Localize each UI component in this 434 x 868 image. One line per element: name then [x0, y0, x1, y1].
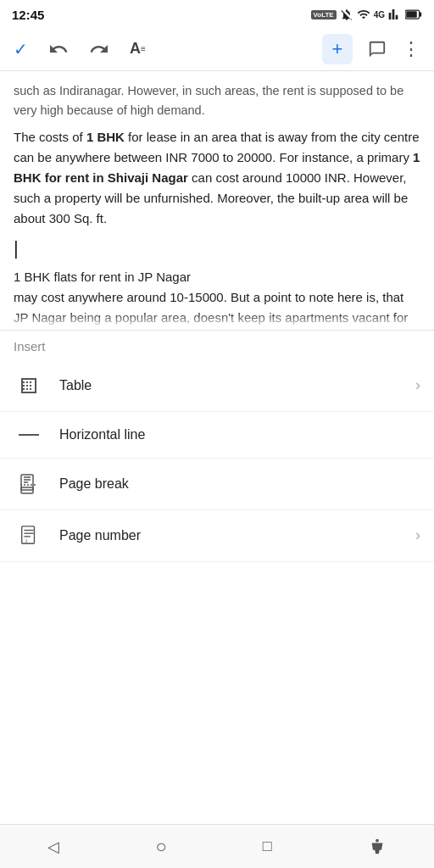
home-nav-button[interactable]: ○	[155, 836, 166, 858]
undo-button[interactable]	[48, 39, 69, 59]
toolbar: ✓ A≡ + ⋮	[0, 27, 434, 71]
pagenumber-chevron-icon: ›	[415, 526, 420, 544]
insert-pagenumber-item[interactable]: 1 Page number ›	[0, 510, 434, 562]
signal-icon	[357, 8, 370, 21]
network-icon: 4G	[374, 10, 385, 19]
svg-point-15	[376, 838, 379, 842]
insert-table-item[interactable]: Table ›	[0, 360, 434, 412]
status-bar: 12:45 VoLTE 4G	[0, 0, 434, 27]
insert-plus-button[interactable]: +	[322, 34, 353, 64]
pagenumber-label: Page number	[59, 528, 415, 543]
svg-rect-1	[420, 13, 422, 17]
nav-bar: ◁ ○ □	[0, 824, 434, 868]
table-chevron-icon: ›	[415, 376, 420, 394]
insert-panel: Insert Table › Horizontal line	[0, 330, 434, 562]
mute-icon	[340, 8, 353, 21]
pagebreak-icon	[14, 474, 44, 494]
battery-icon	[405, 8, 422, 20]
insert-header: Insert	[0, 330, 434, 360]
accessibility-nav-button[interactable]	[368, 837, 387, 856]
pagebreak-label: Page break	[59, 476, 420, 492]
paragraph-2: 1 BHK flats for rent in JP Nagarmay cost…	[14, 267, 420, 328]
text-cursor[interactable]: |	[14, 237, 420, 259]
format-text-button[interactable]: A≡	[130, 40, 146, 58]
insert-pagebreak-item[interactable]: Page break	[0, 459, 434, 510]
insert-hline-item[interactable]: Horizontal line	[0, 412, 434, 459]
svg-text:1: 1	[25, 538, 27, 543]
checkmark-button[interactable]: ✓	[14, 39, 28, 59]
hline-icon	[14, 431, 44, 439]
pagenumber-icon: 1	[14, 526, 44, 546]
paragraph-1: The costs of 1 BHK for lease in an area …	[14, 127, 420, 229]
fade-paragraph: such as Indiranagar. However, in such ar…	[14, 81, 420, 120]
document-content: such as Indiranagar. However, in such ar…	[0, 71, 434, 328]
hline-label: Horizontal line	[59, 427, 420, 442]
status-time: 12:45	[12, 8, 44, 22]
recents-nav-button[interactable]: □	[263, 837, 272, 855]
table-icon	[14, 376, 44, 396]
svg-rect-2	[406, 11, 417, 18]
comment-button[interactable]	[368, 40, 387, 58]
back-nav-button[interactable]: ◁	[47, 837, 59, 856]
redo-button[interactable]	[89, 39, 109, 59]
table-label: Table	[59, 378, 415, 393]
signal-strength-icon	[388, 8, 402, 21]
status-icons: VoLTE 4G	[311, 8, 423, 21]
volte-icon: VoLTE	[311, 10, 337, 19]
more-options-button[interactable]: ⋮	[402, 38, 420, 60]
svg-rect-10	[22, 526, 35, 543]
toolbar-left: ✓ A≡	[14, 39, 146, 59]
toolbar-right: + ⋮	[322, 34, 420, 64]
